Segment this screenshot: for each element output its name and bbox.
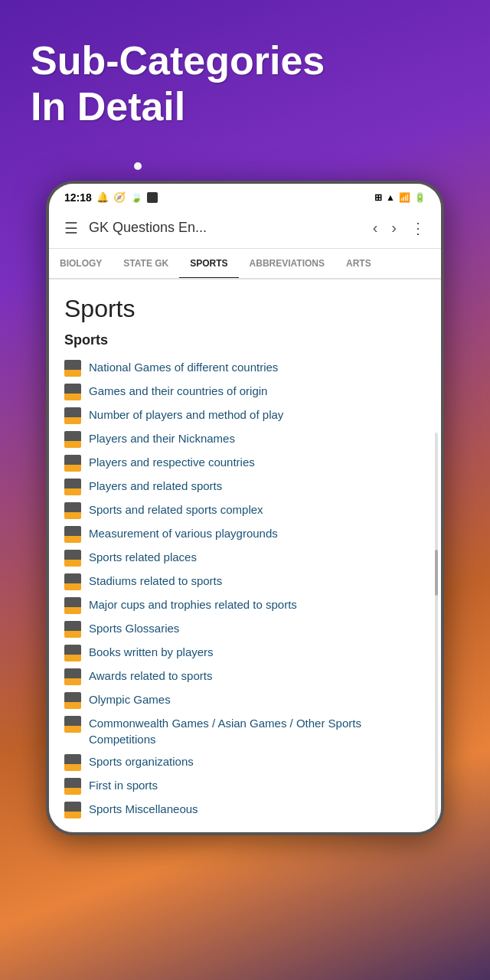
bullet-icon [64,621,81,638]
battery-icon: 🔋 [414,192,426,203]
grid-icon: ⊞ [374,192,382,203]
status-time: 12:18 [64,191,92,204]
menu-icon[interactable]: ☰ [61,216,81,240]
list-item-text[interactable]: Players and respective countries [89,454,255,470]
list-item-text[interactable]: Books written by players [89,644,214,660]
list-item: Players and related sports [64,478,426,495]
bullet-icon [64,645,81,662]
phone-mockup: 12:18 🔔 🧭 🍃 ⊞ ▲ 📶 🔋 ☰ GK Questions En...… [46,181,444,835]
list-item-text[interactable]: First in sports [89,777,158,793]
status-bar: 12:18 🔔 🧭 🍃 ⊞ ▲ 📶 🔋 [49,184,441,208]
list-item: National Games of different countries [64,359,426,377]
list-item-text[interactable]: Sports related places [89,549,197,565]
list-item-text[interactable]: Awards related to sports [89,668,212,684]
list-item-text[interactable]: Games and their countries of origin [89,383,267,399]
bullet-icon [64,778,81,795]
bullet-icon [64,407,81,424]
list-item: Books written by players [64,644,426,662]
bullet-icon [64,502,81,519]
tab-state-gk[interactable]: STATE GK [113,249,179,278]
status-bar-left: 12:18 🔔 🧭 🍃 [64,191,158,204]
back-button[interactable]: ‹ [370,216,381,240]
list-item-text[interactable]: Sports Glossaries [89,620,179,636]
hero-title: Sub-Categories In Detail [31,38,459,130]
tab-arts[interactable]: ARTS [335,249,382,278]
bullet-icon [64,754,81,771]
bell-icon: 🔔 [96,191,109,203]
list-item: Sports and related sports complex [64,501,426,519]
list-item-text[interactable]: National Games of different countries [89,359,278,375]
list-item-text[interactable]: Commonwealth Games / Asian Games / Other… [89,715,426,747]
list-item: Sports Miscellaneous [64,801,426,818]
list-item: Sports related places [64,549,426,567]
list-item: Players and their Nicknames [64,430,426,448]
bullet-icon [64,597,81,614]
list-item-text[interactable]: Players and related sports [89,478,222,494]
subcategory-list: National Games of different countriesGam… [64,359,426,818]
list-item-text[interactable]: Stadiums related to sports [89,573,222,589]
list-item-text[interactable]: Sports Miscellaneous [89,801,198,817]
section-title: Sports [64,332,426,348]
tab-bar: BIOLOGY STATE GK SPORTS ABBREVIATIONS AR… [49,249,441,279]
bullet-icon [64,360,81,377]
list-item-text[interactable]: Measurement of various playgrounds [89,525,278,541]
bullet-icon [64,802,81,818]
list-item: Major cups and trophies related to sport… [64,596,426,614]
dot-indicator [0,159,490,173]
bullet-icon [64,526,81,543]
tab-biology[interactable]: BIOLOGY [49,249,113,278]
list-item-text[interactable]: Sports and related sports complex [89,501,263,518]
bullet-icon [64,716,81,733]
bullet-icon [64,479,81,495]
app-bar: ☰ GK Questions En... ‹ › ⋮ [49,208,441,249]
page-title: Sports [64,295,426,323]
status-bar-right: ⊞ ▲ 📶 🔋 [374,192,426,203]
carousel-dot [134,162,142,170]
wifi-icon: ▲ [386,192,395,203]
list-item: Olympic Games [64,691,426,709]
hero-section: Sub-Categories In Detail [0,0,490,145]
tab-abbreviations[interactable]: ABBREVIATIONS [239,249,335,278]
list-item: Games and their countries of origin [64,383,426,400]
bullet-icon [64,573,81,590]
list-item: Commonwealth Games / Asian Games / Other… [64,715,426,747]
leaf-icon: 🍃 [130,191,142,203]
forward-button[interactable]: › [388,216,400,240]
tab-sports[interactable]: SPORTS [179,249,238,278]
list-item: Players and respective countries [64,454,426,472]
content-area: Sports Sports National Games of differen… [49,279,441,832]
scrollbar-track[interactable] [435,433,438,825]
bullet-icon [64,692,81,709]
scrollbar-thumb[interactable] [435,550,438,596]
bullet-icon [64,550,81,567]
list-item: Sports organizations [64,753,426,771]
list-item: Measurement of various playgrounds [64,525,426,543]
bullet-icon [64,384,81,400]
list-item-text[interactable]: Players and their Nicknames [89,430,235,446]
list-item: Number of players and method of play [64,407,426,424]
list-item-text[interactable]: Sports organizations [89,753,194,769]
list-item: Sports Glossaries [64,620,426,638]
phone-wrapper: 12:18 🔔 🧭 🍃 ⊞ ▲ 📶 🔋 ☰ GK Questions En...… [0,181,490,835]
square-icon [147,192,158,203]
compass-icon: 🧭 [113,191,126,203]
list-item: Awards related to sports [64,668,426,685]
more-options-button[interactable]: ⋮ [407,216,429,240]
bullet-icon [64,455,81,472]
list-item: First in sports [64,777,426,795]
list-item-text[interactable]: Major cups and trophies related to sport… [89,596,297,612]
app-bar-title: GK Questions En... [89,220,362,236]
bullet-icon [64,668,81,685]
list-item-text[interactable]: Number of players and method of play [89,407,283,423]
bullet-icon [64,431,81,448]
list-item-text[interactable]: Olympic Games [89,691,171,707]
list-item: Stadiums related to sports [64,573,426,590]
signal-icon: 📶 [399,192,410,203]
